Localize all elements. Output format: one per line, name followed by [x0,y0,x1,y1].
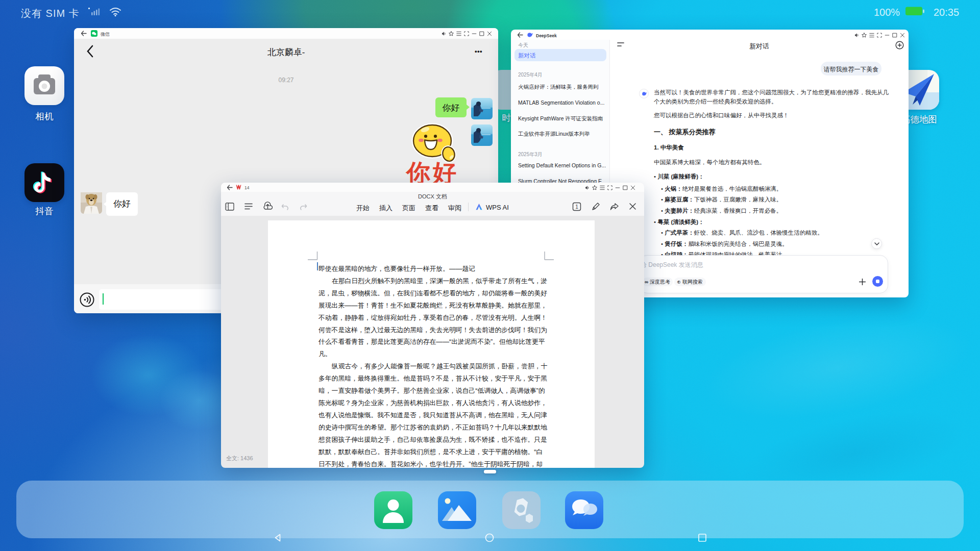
svg-text:1: 1 [575,204,578,210]
